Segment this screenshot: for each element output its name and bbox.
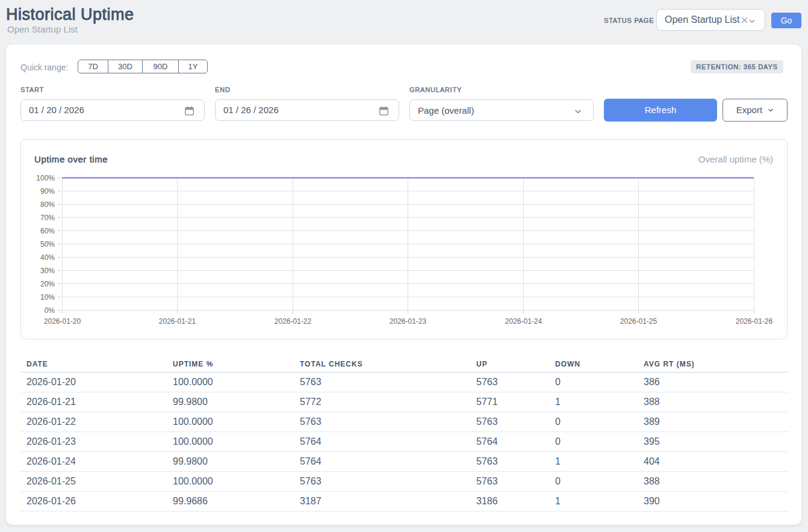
svg-text:80%: 80% <box>40 200 55 209</box>
svg-text:50%: 50% <box>40 240 55 249</box>
svg-text:70%: 70% <box>40 214 55 222</box>
svg-text:0%: 0% <box>45 306 55 315</box>
svg-text:100%: 100% <box>36 174 55 182</box>
svg-text:2026-01-21: 2026-01-21 <box>159 317 196 326</box>
svg-text:2026-01-20: 2026-01-20 <box>44 317 81 326</box>
svg-text:60%: 60% <box>40 227 55 235</box>
svg-text:40%: 40% <box>40 253 55 262</box>
svg-text:10%: 10% <box>40 293 55 302</box>
svg-text:2026-01-26: 2026-01-26 <box>736 317 773 326</box>
svg-text:30%: 30% <box>40 267 55 275</box>
svg-text:2026-01-24: 2026-01-24 <box>505 317 542 326</box>
svg-text:90%: 90% <box>40 187 55 196</box>
svg-text:2026-01-23: 2026-01-23 <box>390 317 427 326</box>
svg-text:2026-01-25: 2026-01-25 <box>620 317 657 326</box>
svg-text:2026-01-22: 2026-01-22 <box>275 317 312 326</box>
svg-text:20%: 20% <box>40 280 55 288</box>
